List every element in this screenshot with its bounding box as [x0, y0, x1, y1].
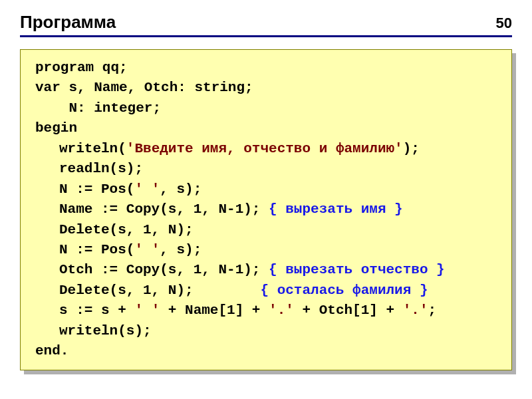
code-line: Delete(s, 1, N); { осталась фамилия }	[35, 281, 501, 301]
code-line: Delete(s, 1, N);	[35, 220, 501, 240]
comment: { вырезать отчество }	[269, 262, 445, 277]
code-line: var s, Name, Otch: string;	[35, 78, 501, 98]
string-literal: ' '	[134, 182, 160, 197]
code-line: N := Pos(' ', s);	[35, 240, 501, 260]
code-text: Name := Copy(s, 1, N-1);	[59, 201, 269, 217]
code-text: ;	[428, 303, 437, 318]
code-text: + Name[1] +	[160, 303, 269, 318]
code-text: N := Pos(	[59, 242, 134, 257]
code-line: N: integer;	[35, 98, 501, 118]
code-text: writeln(	[59, 141, 126, 156]
string-literal: ' '	[134, 303, 160, 318]
code-text: Otch := Copy(s, 1, N-1);	[59, 262, 269, 277]
code-block: program qq; var s, Name, Otch: string; N…	[20, 49, 512, 370]
code-text: );	[403, 141, 420, 156]
code-block-wrap: program qq; var s, Name, Otch: string; N…	[20, 49, 512, 370]
code-line: begin	[35, 118, 501, 138]
slide-header: Программа 50	[20, 12, 512, 37]
code-line: program qq;	[35, 58, 501, 78]
string-literal: '.'	[269, 303, 294, 318]
code-line: end.	[35, 341, 501, 361]
code-line: writeln(s);	[35, 321, 501, 341]
code-text: Delete(s, 1, N);	[59, 283, 260, 298]
code-text: , s);	[160, 182, 201, 197]
string-literal: ' '	[134, 242, 160, 257]
code-line: s := s + ' ' + Name[1] + '.' + Otch[1] +…	[35, 301, 501, 321]
code-line: readln(s);	[35, 159, 501, 179]
page-number: 50	[496, 15, 512, 32]
slide-title: Программа	[20, 12, 116, 33]
code-line: writeln('Введите имя, отчество и фамилию…	[35, 139, 501, 159]
code-line: Name := Copy(s, 1, N-1); { вырезать имя …	[35, 200, 501, 219]
code-line: N := Pos(' ', s);	[35, 180, 501, 200]
string-literal: 'Введите имя, отчество и фамилию'	[126, 141, 403, 156]
code-text: , s);	[160, 242, 201, 257]
code-text: N := Pos(	[59, 182, 134, 197]
code-text: + Otch[1] +	[294, 303, 403, 318]
comment: { вырезать имя }	[269, 201, 403, 217]
string-literal: '.'	[403, 303, 428, 318]
code-text: s := s +	[59, 303, 134, 318]
comment: { осталась фамилия }	[260, 283, 428, 298]
code-line: Otch := Copy(s, 1, N-1); { вырезать отче…	[35, 260, 501, 280]
